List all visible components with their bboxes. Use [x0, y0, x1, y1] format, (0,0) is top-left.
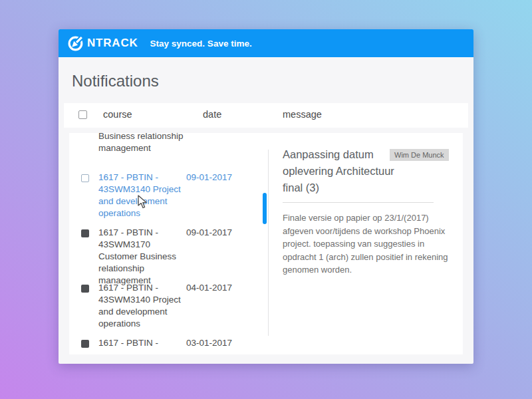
panel-divider [268, 150, 269, 336]
column-header-date[interactable]: date [203, 109, 221, 120]
row-date: 09-01-2017 [186, 227, 232, 239]
row-checkbox[interactable] [81, 340, 89, 348]
table-header-row: course date message [64, 103, 468, 128]
message-body: Finale versie op papier op 23/1/(2017) a… [283, 211, 450, 277]
row-checkbox[interactable] [81, 229, 89, 237]
row-checkbox[interactable] [81, 285, 89, 293]
column-header-message[interactable]: message [283, 109, 322, 120]
select-all-checkbox[interactable] [78, 110, 87, 119]
row-date: 09-01-2017 [186, 172, 232, 184]
brand-name: NTRACK [87, 37, 138, 50]
app-header-bar: NTRACK Stay synced. Save time. [59, 29, 473, 57]
brand-logo-icon [67, 35, 85, 53]
notifications-panel: Business relationship management 1617 - … [69, 133, 463, 354]
row-date: 04-01-2017 [186, 282, 232, 294]
course-link[interactable]: Business relationship management [98, 133, 190, 154]
row-date: 03-01-2017 [186, 337, 232, 349]
message-title: Aanpassing datum oplevering Architectuur… [283, 146, 401, 196]
course-link[interactable]: 1617 - PBTIN - [98, 337, 190, 349]
course-link[interactable]: 1617 - PBTIN - 43SWM3170 Customer Busine… [98, 227, 190, 287]
app-window: NTRACK Stay synced. Save time. Notificat… [59, 29, 473, 364]
page-title: Notifications [72, 72, 159, 90]
column-header-course[interactable]: course [103, 109, 132, 120]
course-link[interactable]: 1617 - PBTIN - 43SWM3140 Project and dev… [98, 172, 190, 219]
brand-tagline: Stay synced. Save time. [150, 39, 252, 49]
row-checkbox[interactable] [81, 174, 89, 182]
scrollbar-thumb[interactable] [263, 193, 267, 224]
author-badge: Wim De Munck [390, 149, 449, 161]
course-link[interactable]: 1617 - PBTIN - 43SWM3140 Project and dev… [98, 282, 190, 330]
message-divider [283, 202, 434, 203]
